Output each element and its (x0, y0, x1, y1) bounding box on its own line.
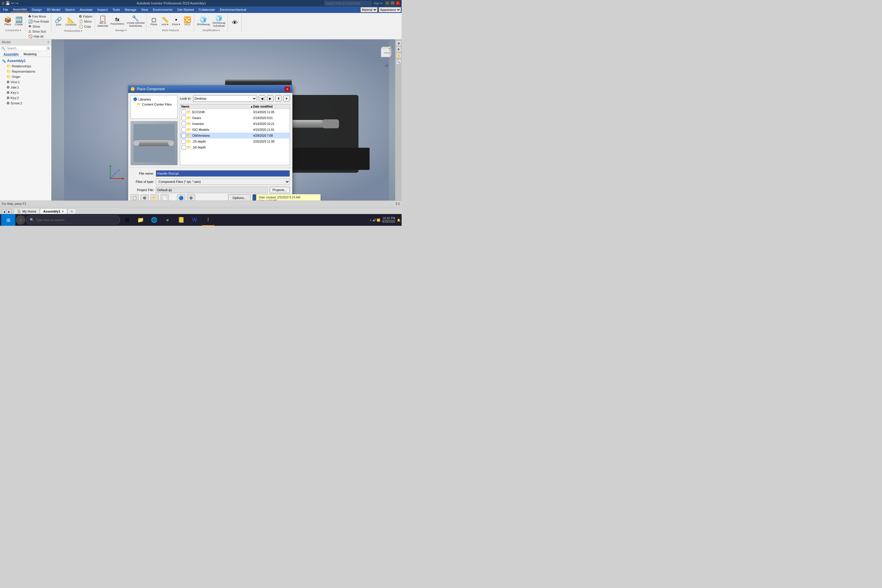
parameters-button[interactable]: fx Parameters (110, 17, 125, 26)
free-move-button[interactable]: ✥ Free Move (27, 14, 50, 19)
viewport[interactable]: FRONT RIGHT ⟳ ⊕ 👁 ✋ 🔍 (51, 39, 402, 201)
menu-design[interactable]: Design (29, 8, 44, 12)
dialog-close-button[interactable]: ✕ (285, 87, 290, 92)
taskbar-search-box[interactable]: 🔍 (26, 216, 120, 224)
inventor-checkbox[interactable] (182, 122, 186, 126)
shrinkwrap-sub-button[interactable]: 🧊 ShrinkwrapSubstitute (212, 15, 226, 28)
shrinkwrap-button[interactable]: 🧊 Shrinkwrap (196, 16, 211, 27)
file-row-inventor[interactable]: 📁 Inventor 4/14/2020 10:21 (180, 121, 290, 127)
icon-btn-2[interactable]: ⚙ (141, 194, 149, 201)
quick-access-redo[interactable]: ↪ (15, 1, 18, 5)
oldversions-checkbox[interactable] (182, 133, 186, 138)
file-row-gears[interactable]: 📁 Gears 2/19/2020 9:01 (180, 115, 290, 121)
edge-btn[interactable]: 🌐 (148, 214, 160, 226)
tree-key1[interactable]: ⚙ Key:1 (5, 90, 51, 95)
file-row-25depth[interactable]: 📁 .25 depth 2/26/2020 11:08 (180, 138, 290, 144)
chrome-btn[interactable]: ● (161, 214, 174, 226)
point-button[interactable]: • Point ▾ (171, 16, 182, 27)
axis-button[interactable]: 📏 Axis ▾ (160, 16, 170, 27)
menu-environments[interactable]: Environments (150, 8, 175, 12)
file-list[interactable]: Name ▲ Date modified 📁 ECO248 3/14/2020 … (180, 104, 290, 165)
file-row-50depth[interactable]: 📁 .50 depth (180, 144, 290, 150)
help-search[interactable] (324, 1, 371, 6)
taskbar-search-input[interactable] (36, 218, 116, 222)
libraries-item[interactable]: 🔵 Libraries (132, 97, 176, 102)
tree-key2[interactable]: ⚙ Key:2 (5, 95, 51, 100)
restore-button[interactable]: ❐ (390, 1, 394, 5)
content-center-item[interactable]: 📁 Content Center Files (132, 102, 176, 107)
menu-annotate[interactable]: Annotate (77, 8, 95, 12)
mirror-button[interactable]: 🪞 Mirror (78, 19, 93, 24)
nav-pan-btn[interactable]: ✋ (396, 53, 401, 58)
projects-button[interactable]: Projects... (270, 187, 290, 193)
icon-btn-5[interactable]: 🔵 (177, 194, 185, 201)
copy-button[interactable]: 📋 Copy (78, 24, 93, 29)
icon-btn-6[interactable]: ⚙ (187, 194, 195, 201)
25depth-checkbox[interactable] (182, 139, 186, 144)
tree-screw[interactable]: ⚙ Screw:2 (5, 100, 51, 106)
gears-checkbox[interactable] (182, 116, 186, 120)
menu-assemble[interactable]: Assemble (10, 7, 29, 12)
menu-electromechanical[interactable]: Electromechanical (217, 8, 248, 12)
start-button[interactable]: ⊞ (1, 214, 15, 226)
material-dropdown[interactable]: Material (360, 7, 378, 12)
filename-input[interactable] (156, 170, 290, 177)
cortana-button[interactable]: ○ (16, 215, 25, 225)
free-rotate-button[interactable]: 🔄 Free Rotate (27, 19, 50, 24)
assembly1-tab-close[interactable]: ✕ (62, 210, 64, 213)
tab-assembly[interactable]: Assembly (2, 52, 21, 56)
tab-assembly1[interactable]: Assembly1 ✕ (40, 208, 67, 214)
file-row-iso[interactable]: 📁 ISO Models 4/15/2020 11:01 (180, 127, 290, 133)
create-button[interactable]: 🆕 Create (14, 16, 24, 27)
lookin-menu-btn[interactable]: ▾ (284, 95, 290, 102)
menu-get-started[interactable]: Get Started (175, 8, 196, 12)
tree-jaw[interactable]: ⚙ Jaw:1 (5, 85, 51, 90)
menu-tools[interactable]: Tools (110, 8, 123, 12)
quick-access-undo[interactable]: ↩ (11, 1, 14, 5)
tree-vise[interactable]: ⚙ VIce:1 (5, 80, 51, 85)
show-sick-button[interactable]: ⚠ Show Sick (27, 29, 50, 34)
minimize-button[interactable]: — (385, 1, 389, 5)
browser-search-input[interactable] (6, 46, 46, 51)
ucs-button[interactable]: 🔀 UCS (182, 16, 193, 27)
nav-look-btn[interactable]: 👁 (396, 47, 401, 52)
menu-sketch[interactable]: Sketch (63, 8, 77, 12)
onenote-btn[interactable]: 📒 (175, 214, 188, 226)
view-options-button[interactable]: 👁 (230, 19, 240, 26)
lookin-up-btn[interactable]: ⬆ (275, 95, 282, 102)
notification-btn[interactable]: 🔔 (397, 219, 400, 222)
close-button[interactable]: ✕ (396, 1, 400, 5)
joint-button[interactable]: 🔗 Joint (53, 16, 64, 27)
options-button[interactable]: Options... (228, 194, 251, 201)
pattern-button[interactable]: ⚙ Pattern (78, 14, 93, 19)
place-button[interactable]: 📦 Place (2, 16, 13, 27)
appearance-dropdown[interactable]: Appearance (379, 7, 401, 12)
lookin-dropdown[interactable]: Desktop (193, 95, 257, 102)
tree-representations[interactable]: 📁 Representations (5, 69, 51, 74)
word-btn[interactable]: W (188, 214, 201, 226)
menu-collaborate[interactable]: Collaborate (196, 8, 217, 12)
show-button[interactable]: 👁 Show (27, 24, 50, 29)
hide-all-button[interactable]: 🚫 Hide All (27, 34, 50, 39)
project-input[interactable] (156, 187, 268, 193)
icon-btn-3[interactable]: 📁 (150, 194, 159, 201)
nav-orbit-btn[interactable]: ⊕ (396, 40, 401, 46)
new-tab-btn[interactable]: + (68, 208, 76, 214)
tab-scroll-left[interactable]: ◀ (2, 209, 6, 214)
task-view-btn[interactable]: ⊞ (120, 214, 134, 226)
iso-checkbox[interactable] (182, 127, 186, 132)
browser-menu-icon[interactable]: ☰ (47, 46, 50, 50)
constrain-button[interactable]: 📐 Constrain (64, 16, 78, 27)
tab-scroll-right[interactable]: ▶ (7, 209, 12, 214)
file-row-eco248[interactable]: 📁 ECO248 3/14/2020 11:05 (180, 109, 290, 115)
create-derived-button[interactable]: 🔧 Create DerivedSubstitutes (126, 15, 146, 28)
menu-view[interactable]: View (139, 8, 150, 12)
lookin-back-btn[interactable]: ◀ (259, 95, 265, 102)
lookin-forward-btn[interactable]: ▶ (267, 95, 273, 102)
inventor-taskbar-btn[interactable]: I (202, 214, 214, 226)
tree-relationships[interactable]: 📁 Relationships (5, 63, 51, 69)
tab-modeling[interactable]: Modeling (22, 52, 39, 56)
eco248-checkbox[interactable] (182, 110, 186, 114)
panel-tab-x[interactable]: ✕ (47, 40, 50, 44)
file-explorer-btn[interactable]: 📁 (134, 214, 147, 226)
